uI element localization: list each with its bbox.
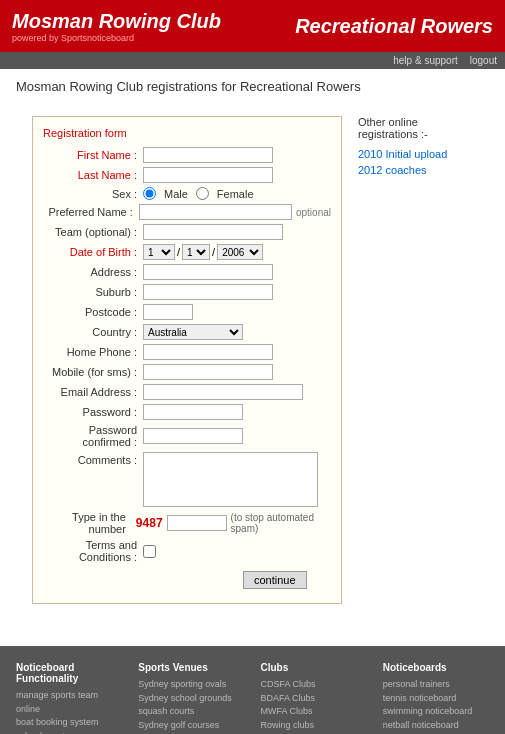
email-label: Email Address : <box>43 386 143 398</box>
footer-col-4: Noticeboards personal trainers tennis no… <box>383 662 489 734</box>
postcode-input[interactable] <box>143 304 193 320</box>
comments-row: Comments : <box>43 452 331 507</box>
dob-day-select[interactable]: 123 <box>143 244 175 260</box>
powered-by: powered by Sportsnoticeboard <box>12 33 221 43</box>
suburb-input[interactable] <box>143 284 273 300</box>
captcha-input[interactable] <box>167 515 227 531</box>
footer-col-3-title: Clubs <box>261 662 367 673</box>
sex-radio-group: Male Female <box>143 187 254 200</box>
footer-link[interactable]: swimming noticeboard <box>383 705 489 719</box>
dob-month-select[interactable]: 123 <box>182 244 210 260</box>
preferred-name-row: Preferred Name : optional <box>43 204 331 220</box>
form-container: Registration form First Name : Last Name… <box>32 116 342 604</box>
country-row: Country : Australia New Zealand United K… <box>43 324 331 340</box>
footer-col-4-title: Noticeboards <box>383 662 489 673</box>
password-confirm-label: Password confirmed : <box>43 424 143 448</box>
footer-link[interactable]: CDSFA Clubs <box>261 678 367 692</box>
logout-link[interactable]: logout <box>470 55 497 66</box>
legend-rest: istration form <box>63 127 127 139</box>
reg-link-2[interactable]: 2012 coaches <box>358 164 473 176</box>
footer-link[interactable]: boat booking system <box>16 716 122 730</box>
country-select[interactable]: Australia New Zealand United Kingdom <box>143 324 243 340</box>
comments-textarea[interactable] <box>143 452 318 507</box>
section-title: Recreational Rowers <box>295 15 493 38</box>
sex-row: Sex : Male Female <box>43 187 331 200</box>
continue-button[interactable]: continue <box>243 571 307 589</box>
footer-link[interactable]: Sydney sporting ovals <box>138 678 244 692</box>
footer-link[interactable]: BDAFA Clubs <box>261 692 367 706</box>
footer-link[interactable]: school sports <box>16 730 122 735</box>
footer-link[interactable]: personal trainers <box>383 678 489 692</box>
help-support-link[interactable]: help & support <box>393 55 458 66</box>
sex-label: Sex : <box>43 188 143 200</box>
captcha-row: Type in the number 9487 (to stop automat… <box>43 511 331 535</box>
mobile-label: Mobile (for sms) : <box>43 366 143 378</box>
preferred-name-input[interactable] <box>139 204 292 220</box>
last-name-input[interactable] <box>143 167 273 183</box>
dob-year-select[interactable]: 200620052004 <box>217 244 263 260</box>
footer-link[interactable]: tennis noticeboard <box>383 692 489 706</box>
first-name-label: First Name : <box>43 149 143 161</box>
address-row: Address : <box>43 264 331 280</box>
captcha-label: Type in the number <box>43 511 132 535</box>
preferred-name-label: Preferred Name : <box>43 206 139 218</box>
footer-link[interactable]: manage sports team online <box>16 689 122 716</box>
footer-link[interactable]: Sydney golf courses <box>138 719 244 733</box>
sex-male-label: Male <box>164 188 188 200</box>
postcode-row: Postcode : <box>43 304 331 320</box>
home-phone-label: Home Phone : <box>43 346 143 358</box>
other-registrations-title: Other online registrations :- <box>358 116 473 140</box>
password-row: Password : <box>43 404 331 420</box>
team-label: Team (optional) : <box>43 226 143 238</box>
dob-label: Date of Birth : <box>43 246 143 258</box>
comments-label: Comments : <box>43 452 143 466</box>
team-row: Team (optional) : <box>43 224 331 240</box>
mobile-row: Mobile (for sms) : <box>43 364 331 380</box>
continue-row: continue <box>143 571 331 589</box>
sex-female-label: Female <box>217 188 254 200</box>
footer-link[interactable]: squash courts <box>138 705 244 719</box>
password-input[interactable] <box>143 404 243 420</box>
terms-label: Terms and Conditions : <box>43 539 143 563</box>
nav-bar: help & support logout <box>0 52 505 69</box>
password-confirm-row: Password confirmed : <box>43 424 331 448</box>
address-input[interactable] <box>143 264 273 280</box>
postcode-label: Postcode : <box>43 306 143 318</box>
footer-col-3: Clubs CDSFA Clubs BDAFA Clubs MWFA Clubs… <box>261 662 367 734</box>
footer-link[interactable]: Rowing clubs <box>261 719 367 733</box>
optional-text: optional <box>296 207 331 218</box>
club-name: Mosman Rowing Club <box>12 10 221 33</box>
captcha-note: (to stop automated spam) <box>231 512 331 534</box>
first-name-input[interactable] <box>143 147 273 163</box>
mobile-input[interactable] <box>143 364 273 380</box>
password-label: Password : <box>43 406 143 418</box>
registration-form-box: Registration form First Name : Last Name… <box>32 116 342 604</box>
footer-col-2: Sports Venues Sydney sporting ovals Sydn… <box>138 662 244 734</box>
sex-male-radio[interactable] <box>143 187 156 200</box>
content-area: Registration form First Name : Last Name… <box>16 104 489 616</box>
team-input[interactable] <box>143 224 283 240</box>
terms-row: Terms and Conditions : <box>43 539 331 563</box>
footer-col-2-title: Sports Venues <box>138 662 244 673</box>
password-confirm-input[interactable] <box>143 428 243 444</box>
terms-checkbox[interactable] <box>143 545 156 558</box>
footer-link[interactable]: MWFA Clubs <box>261 705 367 719</box>
country-label: Country : <box>43 326 143 338</box>
suburb-row: Suburb : <box>43 284 331 300</box>
footer-link[interactable]: netball noticeboard <box>383 719 489 733</box>
address-label: Address : <box>43 266 143 278</box>
page-title: Mosman Rowing Club registrations for Rec… <box>16 79 489 94</box>
email-input[interactable] <box>143 384 303 400</box>
main-area: Mosman Rowing Club registrations for Rec… <box>0 69 505 626</box>
dob-group: 123 / 123 / 200620052004 <box>143 244 263 260</box>
reg-link-1[interactable]: 2010 Initial upload <box>358 148 473 160</box>
legend-highlight: Reg <box>43 127 63 139</box>
right-sidebar: Other online registrations :- 2010 Initi… <box>358 116 473 604</box>
footer-link[interactable]: Sydney school grounds <box>138 692 244 706</box>
form-legend: Registration form <box>43 127 331 139</box>
sex-female-radio[interactable] <box>196 187 209 200</box>
home-phone-input[interactable] <box>143 344 273 360</box>
email-row: Email Address : <box>43 384 331 400</box>
footer-col-1-title: Noticeboard Functionality <box>16 662 122 684</box>
suburb-label: Suburb : <box>43 286 143 298</box>
